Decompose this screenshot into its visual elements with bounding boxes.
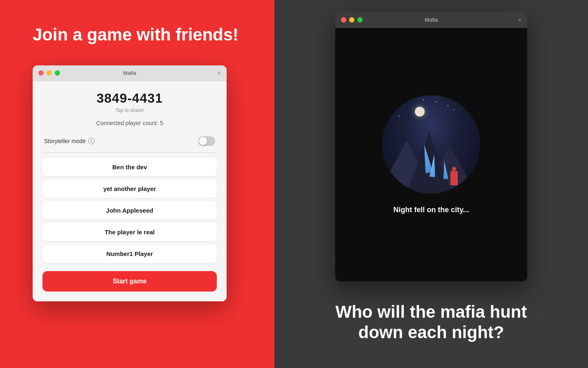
- star-1: [435, 101, 436, 102]
- player-item-2[interactable]: John Appleseed: [42, 201, 217, 220]
- window-right-content: Night fell on the city...: [335, 28, 527, 281]
- right-heading: Who will the mafia hunt down each night?: [336, 302, 527, 343]
- window-left: Mafia × 3849-4431 Tap to share! Connecte…: [33, 65, 227, 301]
- storyteller-row: Storyteller mode i: [42, 133, 217, 149]
- player-count: Connected player count: 5: [42, 120, 217, 126]
- traffic-light-yellow-right[interactable]: [349, 17, 354, 22]
- storyteller-label: Storyteller mode i: [44, 138, 95, 144]
- titlebar-right: Mafia ×: [335, 12, 527, 28]
- game-code-section[interactable]: 3849-4431 Tap to share!: [42, 91, 217, 113]
- traffic-light-red-right[interactable]: [341, 17, 346, 22]
- traffic-lights-left: [38, 70, 60, 76]
- window-close-left[interactable]: ×: [217, 70, 221, 77]
- window-close-right[interactable]: ×: [518, 16, 521, 24]
- traffic-light-yellow-left[interactable]: [47, 70, 52, 76]
- traffic-light-green-left[interactable]: [55, 70, 60, 76]
- player-list: Ben the dev yet another player John Appl…: [42, 158, 217, 263]
- window-right: Mafia ×: [335, 12, 527, 281]
- traffic-light-green-right[interactable]: [357, 17, 363, 22]
- left-heading: Join a game with friends!: [33, 25, 238, 45]
- night-text: Night fell on the city...: [393, 206, 469, 214]
- divider: [42, 153, 217, 153]
- star-5: [454, 110, 454, 110]
- player-item-3[interactable]: The player le real: [42, 223, 217, 241]
- star-2: [448, 105, 448, 106]
- info-icon[interactable]: i: [88, 138, 95, 144]
- right-panel: Mafia ×: [274, 0, 588, 368]
- window-content-left: 3849-4431 Tap to share! Connected player…: [33, 81, 227, 301]
- left-panel: Join a game with friends! Mafia × 3849-4…: [0, 0, 274, 368]
- game-code[interactable]: 3849-4431: [42, 91, 217, 106]
- window-title-left: Mafia: [123, 70, 136, 76]
- star-4: [403, 103, 403, 104]
- traffic-light-red-left[interactable]: [38, 70, 44, 76]
- red-figure: [450, 171, 458, 185]
- start-game-button[interactable]: Start game: [42, 271, 217, 292]
- storyteller-toggle[interactable]: [198, 136, 215, 146]
- traffic-lights-right: [341, 17, 363, 22]
- night-scene: [382, 95, 480, 193]
- titlebar-left: Mafia ×: [33, 65, 227, 81]
- player-item-0[interactable]: Ben the dev: [42, 158, 217, 176]
- star-6: [399, 116, 399, 117]
- player-item-1[interactable]: yet another player: [42, 180, 217, 198]
- storyteller-text: Storyteller mode: [44, 138, 86, 144]
- tap-to-share: Tap to share!: [42, 108, 217, 113]
- star-7: [464, 103, 465, 103]
- moon: [415, 107, 425, 117]
- player-item-4[interactable]: Number1 Player: [42, 245, 217, 263]
- window-title-right: Mafia: [425, 17, 438, 23]
- star-3: [423, 99, 424, 100]
